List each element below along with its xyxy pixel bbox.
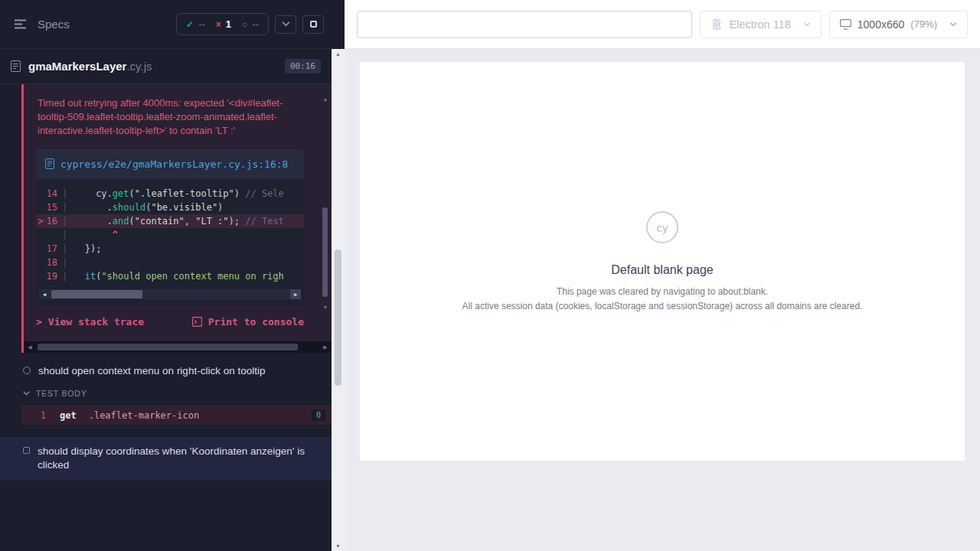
scrollbar-track[interactable] — [50, 289, 290, 299]
code-lines: 14| cy.get(".leaflet-tooltip") // Sele 1… — [36, 187, 304, 283]
scroll-left-icon[interactable]: ◀ — [39, 289, 50, 299]
stat-passed: ✓ -- — [186, 18, 205, 30]
collapse-reporter-button[interactable] — [275, 15, 296, 34]
code-frame: cypress/e2e/gmaMarkersLayer.cy.js:16:8 1… — [36, 149, 304, 306]
spec-name: gmaMarkersLayer — [28, 60, 126, 73]
code-frame-file-link[interactable]: cypress/e2e/gmaMarkersLayer.cy.js:16:8 — [36, 149, 304, 180]
scroll-up-icon[interactable]: ▲ — [323, 96, 328, 102]
cross-icon: × — [216, 19, 221, 30]
electron-icon — [710, 18, 723, 31]
specs-menu-button[interactable] — [11, 16, 30, 32]
command-count-badge: 0 — [312, 409, 325, 421]
blank-page: cy Default blank page This page was clea… — [360, 62, 965, 461]
chevron-down-icon — [803, 22, 811, 27]
command-number: 1 — [35, 410, 46, 421]
command-log-row[interactable]: 1 get .leaflet-marker-icon 0 — [21, 406, 332, 425]
blank-page-line1: This page was cleared by navigating to a… — [557, 286, 768, 297]
test-title: should open context menu on right-click … — [38, 365, 265, 377]
aut-panel: Electron 118 1000x660 (79%) — [345, 0, 980, 551]
test-item-failed[interactable]: should open context menu on right-click … — [0, 353, 332, 381]
passed-count: -- — [198, 18, 205, 30]
viewport-size: 1000x660 — [858, 18, 905, 31]
url-input[interactable] — [357, 11, 692, 38]
scroll-up-icon[interactable]: ▲ — [332, 51, 345, 57]
print-to-console-label: Print to console — [208, 316, 304, 328]
app: Specs ✓ -- × 1 ○ -- — [0, 0, 980, 551]
reporter-sidebar: Specs ✓ -- × 1 ○ -- — [0, 0, 345, 551]
stats-group: ✓ -- × 1 ○ -- — [176, 13, 269, 35]
cypress-logo: cy — [646, 211, 678, 243]
reporter-content: Specs ✓ -- × 1 ○ -- — [0, 0, 332, 551]
test-running-icon — [23, 367, 31, 374]
test-item-pending[interactable]: should display coordinates when 'Koordin… — [0, 437, 332, 480]
spec-header-row: gmaMarkersLayer.cy.js 00:16 — [0, 49, 332, 84]
chevron-right-icon: > — [36, 316, 42, 328]
blank-page-title: Default blank page — [611, 263, 713, 277]
scrollbar-thumb[interactable] — [38, 344, 298, 350]
test-title: should display coordinates when 'Koordin… — [38, 445, 313, 472]
spec-extension: .cy.js — [126, 60, 152, 73]
scrollbar-thumb[interactable] — [51, 290, 142, 298]
scrollbar-track[interactable] — [36, 343, 319, 351]
error-message: Timed out retrying after 4000ms: expecte… — [24, 84, 332, 148]
scrollbar-thumb[interactable] — [335, 249, 341, 385]
reporter-vertical-scrollbar[interactable]: ▲ ▼ — [332, 49, 345, 551]
file-icon — [45, 158, 54, 169]
view-stack-trace-link[interactable]: > View stack trace — [36, 316, 144, 328]
chevron-down-icon — [282, 21, 290, 27]
aut-header: Electron 118 1000x660 (79%) — [345, 0, 980, 49]
viewport-icon — [840, 19, 851, 30]
aut-stage: cy Default blank page This page was clea… — [345, 49, 980, 551]
viewport-info-button[interactable]: 1000x660 (79%) — [829, 11, 968, 38]
command-method: get — [60, 410, 77, 421]
error-panel-horizontal-scrollbar[interactable]: ◀ ▶ — [24, 341, 332, 353]
error-panel-vertical-scrollbar[interactable]: ▲ ▼ — [321, 96, 330, 310]
code-frame-filename: cypress/e2e/gmaMarkersLayer.cy.js:16:8 — [60, 157, 288, 172]
code-snippet: 14| cy.get(".leaflet-tooltip") // Sele 1… — [36, 179, 304, 305]
view-stack-trace-label: View stack trace — [48, 316, 144, 328]
chevron-down-icon — [949, 22, 957, 27]
scroll-down-icon[interactable]: ▼ — [332, 543, 345, 549]
error-panel: Timed out retrying after 4000ms: expecte… — [21, 84, 332, 353]
spec-file-icon — [11, 60, 21, 72]
scrollbar-thumb[interactable] — [322, 207, 328, 297]
browser-label: Electron 118 — [729, 18, 790, 31]
blank-page-line2: All active session data (cookies, localS… — [462, 301, 863, 311]
test-body-section-toggle[interactable]: TEST BODY — [0, 381, 332, 404]
stat-pending: ○ -- — [242, 18, 259, 30]
scroll-right-icon[interactable]: ▶ — [290, 289, 301, 299]
chevron-down-icon — [23, 391, 30, 396]
stat-failed: × 1 — [216, 18, 231, 30]
check-icon: ✓ — [186, 19, 194, 30]
pending-count: -- — [252, 18, 259, 30]
scroll-down-icon[interactable]: ▼ — [323, 305, 328, 310]
specs-label: Specs — [38, 18, 70, 31]
console-icon — [192, 317, 202, 327]
scrollbar-track[interactable] — [321, 103, 330, 303]
error-actions: > View stack trace Print to console — [24, 305, 332, 341]
failed-count: 1 — [226, 18, 231, 30]
scroll-right-icon[interactable]: ▶ — [322, 344, 329, 350]
browser-selector[interactable]: Electron 118 — [700, 11, 821, 38]
command-message: .leaflet-marker-icon — [89, 410, 200, 421]
print-to-console-button[interactable]: Print to console — [192, 316, 304, 328]
circle-icon: ○ — [242, 19, 247, 30]
stop-icon — [310, 21, 317, 28]
scroll-left-icon[interactable]: ◀ — [26, 344, 34, 350]
menu-icon — [14, 19, 27, 29]
stop-button[interactable] — [302, 15, 324, 34]
viewport-zoom: (79%) — [910, 18, 937, 30]
test-pending-icon — [23, 447, 30, 454]
test-body-label: TEST BODY — [36, 389, 87, 398]
code-horizontal-scrollbar[interactable]: ◀ ▶ — [39, 289, 301, 299]
duration-badge: 00:16 — [285, 59, 321, 73]
reporter-header: Specs ✓ -- × 1 ○ -- — [0, 0, 332, 49]
